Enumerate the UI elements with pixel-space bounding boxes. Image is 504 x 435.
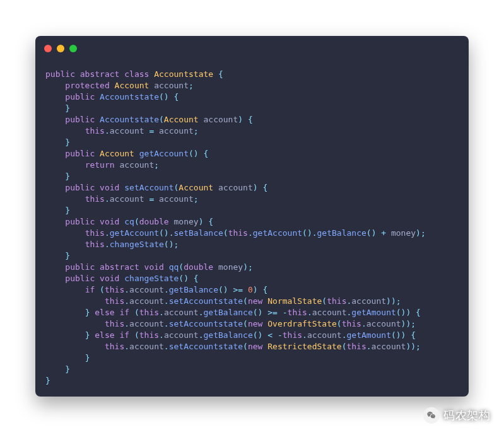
watermark-text: 码农架构 — [443, 408, 490, 423]
maximize-icon[interactable] — [69, 45, 77, 52]
window-traffic-lights — [44, 45, 77, 52]
code-block: public abstract class Accountstate { pro… — [45, 69, 459, 386]
watermark: 码农架构 — [423, 407, 490, 424]
code-window: public abstract class Accountstate { pro… — [35, 36, 469, 397]
wechat-icon — [423, 407, 440, 424]
close-icon[interactable] — [44, 45, 52, 52]
minimize-icon[interactable] — [57, 45, 64, 52]
